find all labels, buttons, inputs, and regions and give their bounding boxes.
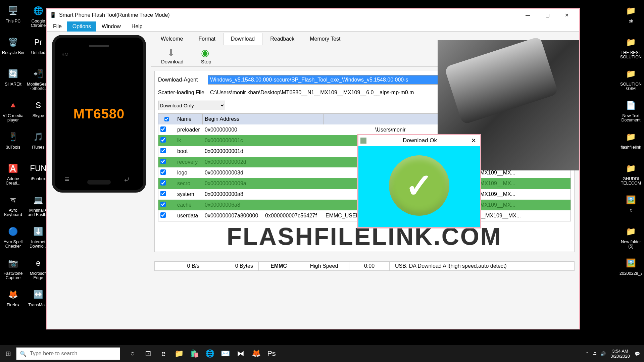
header-begin: Begin Address — [203, 114, 263, 124]
tab-download[interactable]: Download — [223, 33, 262, 45]
row-checkbox[interactable] — [160, 137, 166, 143]
desktop-icon[interactable]: 📁GHUDDI TELECOM — [620, 159, 642, 190]
phone-preview-panel: BM MT6580 ≡ ⤶ — [47, 32, 151, 329]
statusbar: 0 B/s 0 Bytes EMMC High Speed 0:00 USB: … — [154, 261, 575, 271]
cortana-button[interactable]: ○ — [125, 345, 140, 362]
tab-format[interactable]: Format — [191, 33, 223, 45]
desktop-icon[interactable]: অAvro Keyboard — [2, 191, 24, 221]
app-icon: 📱 — [50, 12, 56, 18]
close-button[interactable]: ✕ — [557, 10, 577, 20]
desktop-icon[interactable]: 🔵Avro Spell Checker — [2, 222, 24, 253]
menubar: FileOptionsWindowHelp — [47, 21, 579, 32]
store-taskbar[interactable]: 🛍️ — [187, 345, 202, 362]
success-checkmark-icon — [389, 155, 449, 216]
header-region — [324, 114, 373, 124]
vs-taskbar[interactable]: ⧓ — [233, 345, 248, 362]
chipset-label: MT6580 — [73, 106, 125, 121]
row-checkbox[interactable] — [160, 180, 166, 186]
taskbar-clock[interactable]: 3:54 AM 3/20/2020 — [610, 349, 630, 359]
tab-readback[interactable]: Readback — [262, 33, 302, 45]
window-title: Smart Phone Flash Tool(Runtime Trace Mod… — [59, 12, 518, 18]
desktop-icon[interactable]: 🅰️Adobe Creati... — [2, 159, 24, 190]
scatter-file-label: Scatter-loading File — [158, 90, 208, 96]
row-checkbox[interactable] — [160, 212, 166, 218]
phone-graphic: BM MT6580 ≡ ⤶ — [52, 35, 146, 193]
mail-taskbar[interactable]: ✉️ — [217, 345, 233, 362]
tab-welcome[interactable]: Welcome — [153, 33, 191, 45]
desktop-icon[interactable]: 📷FastStone Capture — [2, 254, 24, 284]
menu-help[interactable]: Help — [126, 21, 148, 32]
search-icon: 🔍 — [20, 351, 27, 357]
row-checkbox[interactable] — [160, 159, 166, 164]
maximize-button[interactable]: ▢ — [538, 10, 557, 20]
menu-options[interactable]: Options — [67, 21, 96, 32]
tray-chevron-icon[interactable]: ˄ — [583, 351, 591, 356]
desktop-icon[interactable]: 📁New folder (5) — [620, 222, 642, 253]
desktop-icon[interactable]: 📱3uTools — [2, 128, 24, 158]
row-checkbox[interactable] — [160, 202, 166, 207]
start-button[interactable]: ⊞ — [0, 345, 16, 362]
tray-network-icon[interactable]: 🖧 — [591, 351, 599, 356]
task-view-button[interactable]: ⊡ — [140, 345, 156, 362]
download-ok-dialog: Download Ok ✕ — [357, 134, 481, 228]
menu-file[interactable]: File — [48, 21, 67, 32]
taskbar-search[interactable]: 🔍 Type here to search — [16, 347, 120, 360]
desktop-icon[interactable]: 🔄SHAREit — [2, 65, 24, 95]
dialog-close-button[interactable]: ✕ — [471, 137, 478, 144]
header-end — [263, 114, 324, 124]
desktop-icon[interactable]: 🔺VLC media player — [2, 96, 24, 126]
tray-volume-icon[interactable]: 🔊 — [599, 351, 607, 356]
titlebar: 📱 Smart Phone Flash Tool(Runtime Trace M… — [47, 9, 579, 21]
app-window: 📱 Smart Phone Flash Tool(Runtime Trace M… — [46, 8, 580, 329]
desktop-icon[interactable]: 🖼️20200229_2... — [620, 254, 642, 284]
tab-memory-test[interactable]: Memory Test — [302, 33, 348, 45]
download-icon: ⬇ — [167, 47, 177, 57]
download-mode-select[interactable]: Download Only — [158, 101, 225, 110]
desktop-icon[interactable]: 📄New Text Document — [620, 96, 642, 126]
row-checkbox[interactable] — [160, 148, 166, 153]
header-checkbox[interactable] — [158, 114, 175, 124]
desktop-icon[interactable]: 📁SOLUTION GSM — [620, 65, 642, 95]
edge-taskbar[interactable]: e — [156, 345, 171, 362]
desktop-icon[interactable]: 🖥️This PC — [2, 2, 24, 32]
explorer-taskbar[interactable]: 📁 — [171, 345, 187, 362]
desktop-icon[interactable]: 🖼️t — [620, 191, 642, 221]
desktop-icon[interactable]: 📁ok — [620, 2, 642, 32]
firefox-taskbar[interactable]: 🦊 — [248, 345, 264, 362]
chrome-taskbar[interactable]: 🌐 — [202, 345, 217, 362]
row-checkbox[interactable] — [160, 126, 166, 132]
header-name: Name — [175, 114, 203, 124]
desktop-icon[interactable]: 📁THE BEST SOLUTION — [620, 33, 642, 63]
desktop-icon[interactable]: 🦊Firefox — [2, 286, 24, 316]
ps-taskbar[interactable]: Ps — [264, 345, 279, 362]
row-checkbox[interactable] — [160, 191, 166, 196]
desktop-icon[interactable]: 📁flashfilelink — [620, 128, 642, 158]
notifications-button[interactable]: 💬 — [633, 351, 641, 356]
row-checkbox[interactable] — [160, 169, 166, 175]
stop-icon: ◉ — [201, 47, 211, 57]
download-agent-label: Download-Agent — [158, 77, 208, 83]
minimize-button[interactable]: — — [518, 10, 538, 20]
download-button[interactable]: ⬇ Download — [161, 47, 184, 64]
dialog-title: Download Ok — [368, 137, 471, 144]
dialog-icon — [360, 138, 366, 144]
desktop-icon[interactable]: 🗑️Recycle Bin — [2, 33, 24, 63]
stop-button[interactable]: ◉ Stop — [201, 47, 211, 64]
menu-window[interactable]: Window — [96, 21, 126, 32]
taskbar: ⊞ 🔍 Type here to search ○ ⊡ e 📁 🛍️ 🌐 ✉️ … — [0, 345, 644, 362]
